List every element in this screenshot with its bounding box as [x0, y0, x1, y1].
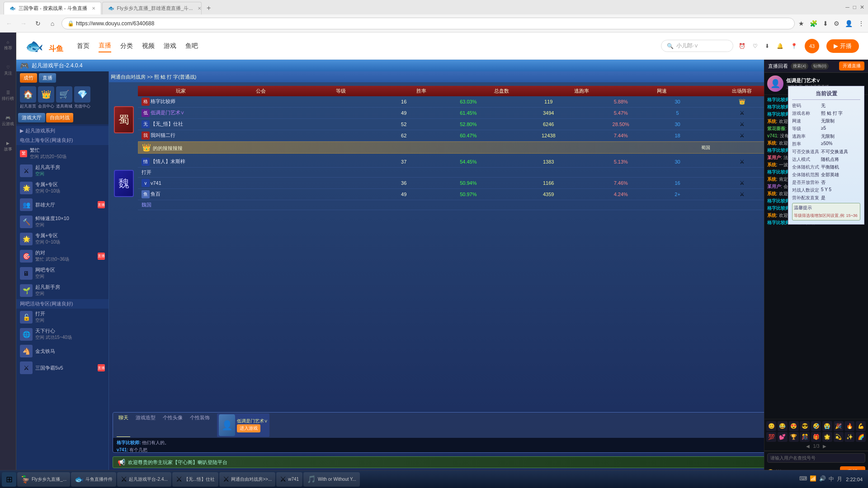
forward-btn[interactable]: → — [18, 18, 29, 29]
shu-player-row-1[interactable]: 格格字比较师 16 63.03% 119 5.88% — [138, 96, 785, 108]
nav-home[interactable]: 首页 — [77, 40, 90, 52]
gift-15[interactable]: 🌟 — [822, 432, 832, 442]
taskbar-item-fly[interactable]: 🦆 Fly乡乡九直播_... — [17, 472, 70, 487]
browser-tab-2[interactable]: 🐟 Fly乡乡九直播_群雄逐鹿直播_斗... ✕ — [102, 2, 202, 14]
chat-tab-decor[interactable]: 个性装饰 — [188, 413, 212, 437]
nav-video[interactable]: 视频 — [142, 40, 155, 52]
tab-close-active[interactable]: ✕ — [92, 6, 95, 11]
chat-tab-type[interactable]: 游戏造型 — [134, 413, 157, 437]
wei-player-row-4[interactable]: 鱼鱼百 49 50.97% 4359 4.24% — [138, 189, 785, 200]
room-sanguo5v5[interactable]: ⚔ 三国争霸5v5 直播 — [16, 360, 108, 376]
home-btn[interactable]: ⌂ — [47, 18, 58, 29]
minimize-btn[interactable]: ─ — [845, 4, 849, 10]
gift-5[interactable]: 🤣 — [811, 421, 821, 431]
taskbar-item-wushi[interactable]: ⚔ 【无...悟】仕社 — [172, 472, 218, 487]
gift-2[interactable]: 😂 — [778, 421, 788, 431]
nav-game[interactable]: 游戏 — [164, 40, 176, 52]
gift-14[interactable]: 🎁 — [811, 432, 821, 442]
gift-1[interactable]: 😊 — [766, 421, 776, 431]
refresh-btn[interactable]: ↻ — [33, 18, 43, 29]
room-open[interactable]: 🔓 打开 空闲 — [16, 309, 108, 326]
sys-icon-5[interactable]: 月 — [837, 475, 842, 483]
sidebar-follow[interactable]: ♡ 关注 — [1, 61, 15, 80]
right-chat-input[interactable] — [767, 453, 865, 463]
gift-4[interactable]: 😎 — [800, 421, 810, 431]
sys-icon-4[interactable]: 中 — [829, 475, 834, 483]
room-cafe[interactable]: 🖥 网吧专区 空闲 — [16, 265, 108, 282]
sidebar-game[interactable]: 🎮 云游戏 — [1, 112, 15, 130]
platform-icon-member[interactable]: 👑 会员中心 — [38, 86, 54, 109]
wei-player-row-2[interactable]: 打开 — [138, 168, 785, 178]
nav-game-hall[interactable]: 游戏大厅 — [18, 113, 45, 122]
room-crowd[interactable]: 👥 群雄大厅 直播 — [16, 197, 108, 213]
gift-10[interactable]: 💯 — [766, 432, 776, 442]
shu-player-row-3[interactable]: 无【无_悟】仕社 52 52.80% 6246 28.50% — [138, 119, 785, 130]
gift-8[interactable]: 🔥 — [844, 421, 854, 431]
bookmark-icon[interactable]: ★ — [798, 20, 804, 27]
menu-icon[interactable]: ⋮ — [858, 20, 864, 27]
gift-11[interactable]: 💕 — [778, 432, 788, 442]
taskbar-item-music[interactable]: 🎵 With or Without Y... — [303, 472, 360, 487]
taskbar-item-battle[interactable]: ⚔ 网通自由对战房>>... — [219, 472, 275, 487]
gift-13[interactable]: 🎊 — [800, 432, 810, 442]
right-tab-live-replay[interactable]: 直播回看 — [768, 63, 788, 70]
wei-player-row-3[interactable]: vv741 36 50.94% 1166 7.46% — [138, 178, 785, 189]
platform-icon-shop[interactable]: 🛒 道具商城 — [56, 86, 72, 109]
gift-7[interactable]: 🎉 — [834, 421, 844, 431]
search-box[interactable]: 🔍 小儿郎·∨ — [661, 40, 733, 52]
sidebar-story[interactable]: ▶ 故事 — [1, 137, 15, 155]
browser-tab-active[interactable]: 🐟 三国争霸 - 搜索战果 - 斗鱼直播 ✕ — [4, 2, 101, 14]
nav-btn-record[interactable]: 成竹 — [20, 73, 37, 83]
enter-game-btn[interactable]: 进入游戏 — [237, 424, 260, 432]
room-special2[interactable]: 🌟 专属+专区 空闲 0~10场 — [16, 230, 108, 248]
room-special1[interactable]: 🌟 专属+专区 空闲 0~10场 — [16, 179, 108, 197]
wishlist-icon[interactable]: ♡ — [753, 43, 758, 49]
taskbar-item-qifan[interactable]: ⚔ 起凡游戏平台-2.4... — [117, 472, 171, 487]
gift-16[interactable]: 💫 — [834, 432, 844, 442]
room-busy[interactable]: 繁 繁忙 空闲 武功20~50场 — [16, 145, 108, 162]
history-icon[interactable]: ⏰ — [739, 43, 745, 49]
start-btn[interactable]: ⊞ — [2, 472, 16, 487]
user-avatar[interactable]: 43 — [805, 39, 819, 53]
shu-player-row-2[interactable]: 低低调是门艺术∨ 49 61.45% 3494 5.47% — [138, 108, 785, 119]
address-bar[interactable]: 🔒 https://www.douyu.com/6340688 — [61, 18, 795, 29]
gift-9[interactable]: 💪 — [856, 421, 866, 431]
room-newbie[interactable]: 🌱 起凡新手房 空闲 — [16, 282, 108, 299]
taskbar-item-w741[interactable]: ⚔ w741 — [276, 472, 302, 487]
nav-live[interactable]: 直播 — [99, 40, 111, 52]
platform-icon-recharge[interactable]: 💎 充值中心 — [74, 86, 90, 109]
location-icon[interactable]: 📍 — [791, 43, 797, 49]
nav-btn-live[interactable]: 直播 — [39, 73, 56, 83]
sidebar-home[interactable]: ⌂ 推荐 — [1, 36, 15, 54]
notification-icon[interactable]: 🔔 — [777, 43, 783, 49]
gift-17[interactable]: ✨ — [844, 432, 854, 442]
taskbar-item-douyu[interactable]: 🐟 斗鱼直播件件 — [71, 472, 116, 487]
nav-free-battle[interactable]: 自由对战 — [46, 113, 73, 122]
extensions-icon[interactable]: 🧩 — [810, 20, 817, 27]
new-tab-btn[interactable]: + — [203, 2, 215, 14]
nav-category[interactable]: 分类 — [120, 40, 133, 52]
gift-6[interactable]: 😭 — [822, 421, 832, 431]
settings-icon[interactable]: ⚙ — [834, 20, 840, 27]
download-icon[interactable]: ⬇ — [823, 20, 828, 27]
sys-icon-3[interactable]: 🔊 — [819, 475, 826, 483]
room-master[interactable]: ⚔ 起凡高手房 空闲 — [16, 162, 108, 179]
live-broadcast-btn[interactable]: ▶ 开播 — [826, 39, 859, 53]
platform-icon-home[interactable]: 🏠 起凡首页 — [20, 86, 36, 109]
maximize-btn[interactable]: □ — [853, 4, 856, 10]
room-fanclub[interactable]: 🎯 的对 繁忙 武功0~36场 直播 — [16, 248, 108, 265]
sys-icon-2[interactable]: 📶 — [810, 475, 816, 483]
gift-3[interactable]: 😍 — [789, 421, 799, 431]
chat-tab-avatar[interactable]: 个性头像 — [161, 413, 184, 437]
download-icon2[interactable]: ⬇ — [765, 43, 769, 49]
prev-page[interactable]: ◀ — [806, 444, 810, 449]
tab-close-2[interactable]: ✕ — [198, 6, 201, 11]
gift-12[interactable]: 🏆 — [789, 432, 799, 442]
back-btn[interactable]: ← — [4, 18, 14, 29]
room-tianyou[interactable]: 🌐 天下行心 空闲 武功15~40场 — [16, 326, 108, 343]
close-btn[interactable]: ✕ — [860, 4, 864, 10]
gift-18[interactable]: 🌈 — [856, 432, 866, 442]
chat-tab-chat[interactable]: 聊天 — [117, 413, 130, 437]
shu-player-row-4[interactable]: 我我叫猫二行 62 60.47% 12438 7.44% — [138, 130, 785, 141]
user-profile-icon[interactable]: 👤 — [845, 20, 853, 27]
